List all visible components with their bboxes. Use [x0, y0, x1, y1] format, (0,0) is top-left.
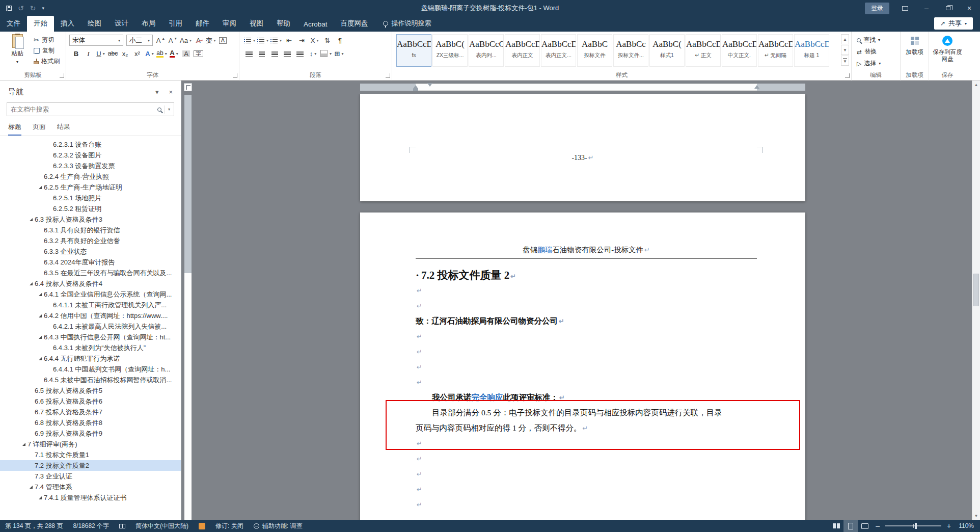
language-status[interactable]: 简体中文(中国大陆) — [130, 522, 194, 530]
grow-font-button[interactable]: A — [155, 35, 167, 46]
accessibility-status[interactable]: 辅助功能: 调查 — [249, 522, 308, 530]
nav-heading-item[interactable]: 6.7 投标人资格及条件7 — [0, 407, 181, 417]
标题 1[interactable]: AaBbCcDd 标题 1 — [794, 34, 829, 67]
tab-mailings[interactable]: 邮件 — [189, 16, 216, 32]
align-right-button[interactable] — [269, 48, 281, 59]
tab-references[interactable]: 引用 — [162, 16, 189, 32]
nav-heading-item[interactable]: 6.2.3.1 设备台账 — [0, 139, 181, 150]
nav-tab-headings[interactable]: 标题 — [8, 122, 21, 136]
ime-status[interactable] — [194, 523, 210, 529]
find-button[interactable]: 查找▾ — [857, 35, 881, 45]
nav-heading-item[interactable]: 6.4.3 中国执行信息公开网（查询网址：ht... — [0, 332, 181, 342]
shrink-font-button[interactable]: A — [167, 35, 179, 46]
expand-triangle-icon[interactable] — [37, 186, 44, 189]
page-header-text[interactable]: 盘锦鹏瑞石油物资有限公司-投标文件↵ — [416, 245, 757, 255]
doc-empty-line[interactable]: ↵ — [416, 482, 757, 497]
superscript-button[interactable]: x² — [131, 48, 143, 59]
zoom-percentage[interactable]: 110% — [955, 522, 980, 529]
nav-heading-item[interactable]: 6.4.4 无行贿犯罪行为承诺 — [0, 353, 181, 364]
expand-triangle-icon[interactable] — [37, 314, 44, 317]
doc-empty-line[interactable]: ↵ — [416, 497, 757, 512]
paste-button[interactable]: 粘贴 ▾ — [5, 34, 30, 68]
nav-heading-item[interactable]: 6.3.4 2024年度审计报告 — [0, 257, 181, 268]
font-dialog-launcher[interactable] — [233, 73, 237, 78]
nav-heading-item[interactable]: 7.2 投标文件质量2 — [0, 460, 181, 471]
character-shading-button[interactable]: A — [180, 48, 192, 59]
scroll-down-icon[interactable]: ▼ — [972, 512, 980, 520]
gallery-more-button[interactable]: ▼ — [841, 56, 849, 66]
表内正文...[interactable]: AaBbCcDc 表内正文... — [541, 34, 576, 67]
italic-button[interactable]: I — [83, 48, 94, 59]
ruler-origin-button[interactable] — [184, 83, 192, 91]
track-changes-status[interactable]: 修订: 关闭 — [210, 522, 249, 530]
nav-heading-item[interactable]: 6.4 投标人资格及条件4 — [0, 278, 181, 289]
nav-heading-item[interactable]: 6.3.3 企业状态 — [0, 246, 181, 257]
expand-triangle-icon[interactable] — [37, 336, 44, 339]
redo-icon[interactable]: ↻ — [30, 4, 36, 12]
nav-tab-results[interactable]: 结果 — [57, 122, 70, 136]
character-border-button[interactable]: A — [217, 35, 229, 46]
doc-empty-line[interactable]: ↵ — [416, 344, 757, 359]
nav-heading-item[interactable]: 6.8 投标人资格及条件8 — [0, 417, 181, 428]
tell-me-search[interactable]: 操作说明搜索 — [383, 19, 431, 32]
search-input[interactable] — [11, 106, 157, 113]
nav-heading-item[interactable]: 7.4 管理体系 — [0, 482, 181, 492]
nav-heading-item[interactable]: 6.9 投标人资格及条件9 — [0, 428, 181, 439]
nav-heading-item[interactable]: 6.2.5.1 场地照片 — [0, 193, 181, 203]
↵ 无间隔[interactable]: AaBbCcDd ↵ 无间隔 — [758, 34, 793, 67]
page-footer-number[interactable]: -133-↵ — [360, 154, 805, 162]
change-case-button[interactable]: Aa — [179, 35, 192, 46]
underline-button[interactable]: U — [95, 48, 106, 59]
restore-button[interactable] — [937, 0, 959, 16]
print-layout-button[interactable] — [843, 520, 858, 532]
nav-heading-item[interactable]: 7 详细评审(商务) — [0, 439, 181, 449]
search-options-icon[interactable]: ▾ — [168, 107, 170, 112]
hanging-indent-marker[interactable] — [413, 85, 418, 89]
expand-triangle-icon[interactable] — [37, 357, 44, 360]
numbering-button[interactable] — [257, 35, 269, 46]
tab-acrobat[interactable]: Acrobat — [297, 17, 334, 32]
gallery-up-button[interactable]: ▲ — [841, 34, 849, 44]
proofing-status[interactable] — [114, 524, 130, 528]
nav-heading-item[interactable]: 6.4.1.1 未被工商行政管理机关列入严... — [0, 300, 181, 310]
clipboard-dialog-launcher[interactable] — [60, 73, 64, 78]
multilevel-list-button[interactable] — [270, 35, 282, 46]
justify-button[interactable] — [282, 48, 293, 59]
expand-triangle-icon[interactable] — [20, 443, 28, 446]
vertical-ruler[interactable] — [184, 95, 192, 520]
nav-collapse-icon[interactable]: ▾ — [155, 88, 159, 96]
doc-empty-line[interactable]: ↵ — [416, 283, 757, 298]
document-page-previous[interactable]: -133-↵ — [360, 94, 805, 201]
nav-heading-item[interactable]: 6.2.3.2 设备图片 — [0, 150, 181, 161]
样式1[interactable]: AaBbC( 样式1 — [649, 34, 685, 67]
tab-draw[interactable]: 绘图 — [81, 16, 108, 32]
doc-empty-line[interactable]: ↵ — [416, 298, 757, 313]
nav-heading-item[interactable]: 6.3 投标人资格及条件3 — [0, 214, 181, 225]
font-size-select[interactable]: 小三▾ — [126, 35, 153, 46]
close-button[interactable]: × — [959, 0, 980, 16]
nav-heading-item[interactable]: 6.4.5 未被中国石油招标投标网暂停或取消... — [0, 375, 181, 385]
doc-empty-line[interactable]: ↵ — [416, 375, 757, 390]
tab-help[interactable]: 帮助 — [270, 16, 297, 32]
nav-heading-item[interactable]: 7.3 企业认证 — [0, 471, 181, 482]
read-mode-button[interactable] — [829, 520, 843, 532]
scroll-thumb[interactable] — [973, 274, 979, 306]
zoom-in-button[interactable]: + — [943, 522, 955, 530]
line-spacing-button[interactable]: ↕ — [307, 48, 319, 59]
expand-triangle-icon[interactable] — [37, 293, 44, 296]
nav-heading-item[interactable]: 6.4.1 全国企业信用信息公示系统（查询网... — [0, 289, 181, 300]
cut-button[interactable]: ✂剪切 — [34, 35, 60, 45]
nav-heading-item[interactable]: 6.4.2.1 未被最高人民法院列入失信被... — [0, 321, 181, 332]
save-to-baidu-button[interactable]: 保存到百度网盘 — [929, 36, 966, 63]
minimize-button[interactable]: – — [916, 0, 937, 16]
decrease-indent-button[interactable]: ⇤ — [283, 35, 295, 46]
tab-insert[interactable]: 插入 — [54, 16, 81, 32]
ZX三级标...[interactable]: AaBbC( ZX三级标... — [432, 34, 468, 67]
nav-heading-item[interactable]: 6.5 投标人资格及条件5 — [0, 385, 181, 396]
投标文件...[interactable]: AaBbCc 投标文件... — [613, 34, 648, 67]
expand-triangle-icon[interactable] — [28, 486, 35, 489]
bullets-button[interactable] — [243, 35, 256, 46]
asian-layout-button[interactable]: X — [309, 35, 320, 46]
nav-heading-item[interactable]: 6.4.2 信用中国（查询网址：https://www.... — [0, 310, 181, 321]
signin-button[interactable]: 登录 — [865, 3, 889, 14]
